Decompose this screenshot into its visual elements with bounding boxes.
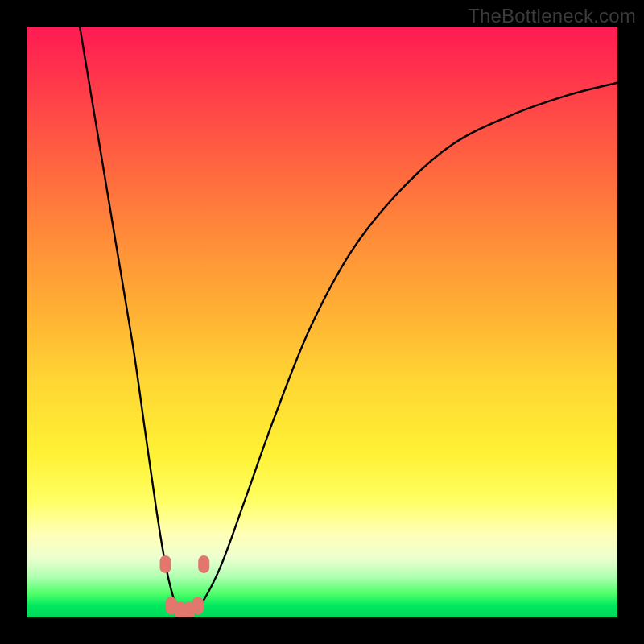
- curve-marker: [160, 555, 171, 573]
- curve-marker: [198, 555, 209, 573]
- plot-area: [27, 27, 617, 617]
- chart-frame: TheBottleneck.com: [0, 0, 644, 644]
- watermark-text: TheBottleneck.com: [468, 5, 636, 27]
- curve-layer: [27, 27, 617, 617]
- bottleneck-curve: [80, 27, 617, 613]
- curve-markers: [160, 555, 210, 617]
- curve-marker: [192, 597, 204, 614]
